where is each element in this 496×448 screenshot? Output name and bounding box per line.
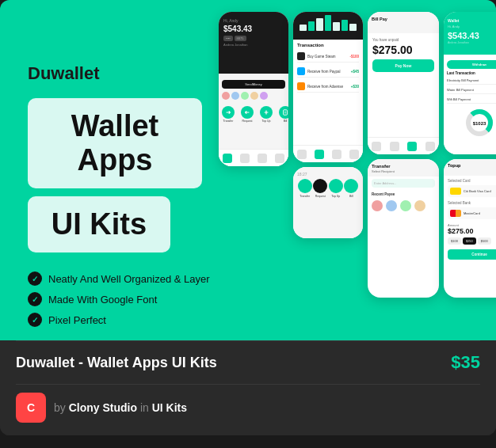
topup-body: Selected Card Citi Bank Visa Card Select…: [444, 176, 496, 263]
request-label: Request: [242, 120, 252, 123]
mini-request-icon: [313, 179, 327, 193]
transfer-recent: Recent Payee: [368, 190, 439, 199]
tx-label-2: Receive from Paypal: [307, 70, 341, 74]
avatar-1: [222, 92, 230, 100]
bp-nav-3[interactable]: [407, 142, 417, 151]
green-wallet-amount: $543.43: [448, 31, 496, 40]
mini-bill-icon: [344, 179, 358, 193]
lt-row-3: Wifi Bill Payment $38: [447, 96, 496, 104]
mini-request[interactable]: Request: [313, 179, 327, 198]
green-wallet-name: Andrea Jonathan: [448, 41, 496, 44]
selected-card-label-2: Selected Bank: [448, 201, 496, 205]
tx-nav-1[interactable]: [297, 150, 307, 159]
transfer-circle: [222, 106, 235, 119]
transaction-row-3: Receive from Adsense +$30: [297, 81, 359, 93]
transfer-icon[interactable]: Transfer: [222, 106, 235, 123]
product-title: Duwallet - Wallet Apps UI Kits: [16, 355, 217, 371]
hero-left-content: Duwallet Wallet Apps UI Kits Neatly And …: [28, 63, 210, 340]
chart-bars: [296, 15, 360, 31]
tx-icon-3: [297, 82, 305, 90]
card-option-mastercard[interactable]: MasterCard: [448, 207, 496, 219]
topup-opt-500[interactable]: $500: [478, 237, 491, 245]
product-card: Duwallet Wallet Apps UI Kits Neatly And …: [0, 0, 496, 435]
feature-item-3: Pixel Perfect: [28, 313, 210, 327]
topup-opt-250[interactable]: $250: [463, 237, 476, 245]
transaction-body: Transaction Buy Game Steam -$100: [293, 40, 363, 99]
wallet-chip-2: 8875: [235, 36, 246, 41]
phone-mock-transfer: Transfer Select Recipient Enter Address.…: [368, 159, 439, 298]
topup-opt-100[interactable]: $100: [448, 237, 461, 245]
tr-avatar-1[interactable]: [372, 200, 383, 211]
nav-card[interactable]: [258, 154, 267, 163]
topup-icon[interactable]: Top Up: [260, 106, 273, 123]
tx-nav-3[interactable]: [332, 150, 341, 159]
transaction-title: Transaction: [297, 43, 359, 47]
nav-home[interactable]: [223, 154, 232, 163]
send-money-btn[interactable]: SendMoney: [222, 80, 285, 89]
mc-card-text: MasterCard: [464, 211, 480, 215]
continue-btn[interactable]: Continue: [448, 249, 496, 260]
mini-actions: Transfer Request Top Up: [297, 179, 359, 198]
author-row: C by Clony Studio in UI Kits: [0, 385, 496, 435]
mc-card-icon: [450, 210, 461, 217]
features-list: Neatly And Well Organized & Layer Made W…: [28, 271, 210, 327]
mini-bill[interactable]: Bill: [344, 179, 358, 198]
tx-amount-1: -$100: [349, 55, 359, 59]
mini-transfer[interactable]: Transfer: [298, 179, 312, 198]
selected-card-label: Selected Card: [448, 179, 496, 183]
tx-amount-3: +$30: [351, 85, 359, 89]
tx-nav-2[interactable]: [315, 150, 324, 159]
tr-avatar-3[interactable]: [400, 200, 411, 211]
phone-screen-transfer: Transfer Select Recipient Enter Address.…: [368, 159, 439, 298]
wallet-greeting: Hi, Andy: [223, 18, 284, 23]
wallet-action-icons: Transfer Request: [222, 106, 285, 123]
avatar-5: [260, 92, 268, 100]
tx-label-3: Receive from Adsense: [307, 85, 343, 89]
mini-bill-label: Bill: [349, 195, 353, 198]
tx-nav-4[interactable]: [349, 150, 359, 159]
avatar-4: [250, 92, 258, 100]
phone-screen-small: 18:27 Transfer Request: [293, 167, 363, 238]
wallet-nav: [219, 149, 288, 166]
phones-area: Hi, Andy $543.43 •••• 8875 Andrea Jonath…: [211, 0, 496, 340]
phone-col-4: Wallet Hi, Andy $543.43 Andrea Jonathan …: [444, 12, 496, 328]
transfer-header: Transfer Select Recipient: [368, 159, 439, 177]
topup-options: $100 $250 $500: [448, 237, 496, 245]
chart-donut-area: $1023: [447, 107, 496, 139]
tr-avatar-2[interactable]: [386, 200, 397, 211]
request-icon[interactable]: Request: [241, 106, 254, 123]
topup-amount-value: $275.00: [448, 227, 496, 235]
author-name[interactable]: Clony Studio: [69, 401, 137, 414]
bp-nav-1[interactable]: [372, 142, 381, 151]
bar-2: [308, 21, 315, 31]
wallet-name: Andrea Jonathan: [223, 43, 284, 47]
card-option-citi[interactable]: Citi Bank Visa Card: [448, 185, 496, 197]
citi-card-text: Citi Bank Visa Card: [464, 189, 491, 193]
green-wallet-sub: Hi, Andy: [448, 25, 496, 28]
bar-1: [300, 25, 307, 31]
donut-chart: $1023: [464, 107, 495, 139]
bill-icon[interactable]: Bill: [279, 106, 288, 123]
avatar-2: [231, 92, 239, 100]
nav-chart[interactable]: [240, 154, 250, 163]
author-category[interactable]: UI Kits: [152, 401, 187, 414]
bp-nav-4[interactable]: [425, 142, 435, 151]
transaction-row-2: Receive from Paypal +$45: [297, 66, 359, 78]
ui-kits-badge: UI Kits: [28, 196, 170, 252]
pay-now-btn[interactable]: Pay Now: [372, 59, 434, 72]
mini-topup[interactable]: Top Up: [329, 179, 343, 198]
tr-avatar-4[interactable]: [414, 200, 425, 211]
phone-mock-small: 18:27 Transfer Request: [293, 167, 363, 238]
billpay-amount: $275.00: [372, 44, 434, 56]
transfer-input[interactable]: Enter Address...: [372, 179, 435, 188]
transfer-subtitle: Select Recipient: [372, 169, 435, 173]
lt-row-2: Water Bill Payment $42: [447, 86, 496, 94]
tx-icon-label-3: Receive from Adsense: [297, 82, 343, 90]
withdraw-btn[interactable]: Withdraw: [447, 60, 496, 69]
topup-header: Topup: [444, 159, 496, 176]
billpay-header: Bill Pay: [368, 12, 439, 33]
phone-screen-transaction: Transaction Buy Game Steam -$100: [293, 12, 363, 162]
topup-circle: [260, 106, 273, 119]
nav-profile[interactable]: [275, 154, 284, 163]
bp-nav-2[interactable]: [390, 142, 399, 151]
